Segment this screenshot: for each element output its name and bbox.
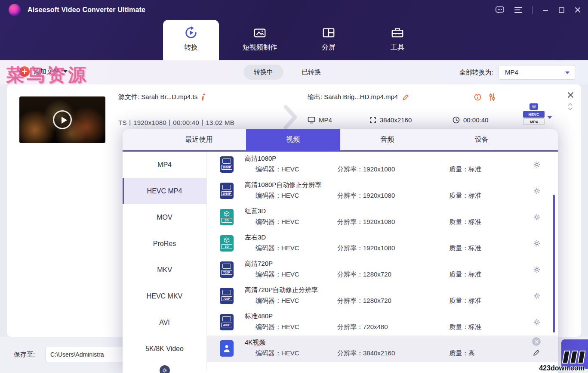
add-files-button[interactable]: 添加文件 [19,66,68,77]
output-format-select[interactable]: MP4 [499,65,575,80]
preset-row-anaglyph-3d[interactable]: 3D 红蓝3D 编码器：HEVC 分辨率：1920x1080 质量：标准 [207,204,558,230]
resolution-field: 分辨率：1280x720 [337,270,391,279]
preset-settings-gear-icon[interactable] [533,292,541,300]
sidebar-item-partial[interactable] [123,362,206,373]
encoder-label: 编码器： [256,192,281,199]
encoder-value: HEVC [281,323,299,330]
tab-convert[interactable]: 转换 [163,20,219,60]
preset-name: 高清720P自动修正分辨率 [245,286,318,294]
minimize-button[interactable] [542,6,549,13]
preset-settings-gear-icon[interactable] [533,239,541,247]
sidebar-item-mov[interactable]: MOV [123,204,206,230]
output-duration-spec: 00:00:40 [453,116,488,124]
preset-row-720p-auto[interactable]: 720P 高清720P自动修正分辨率 编码器：HEVC 分辨率：1280x720… [207,283,558,309]
preset-row-1080p-auto[interactable]: 1080P 高清1080P自动修正分辨率 编码器：HEVC 分辨率：1920x1… [207,178,558,204]
encoder-field: 编码器：HEVC [256,218,299,226]
reorder-arrows[interactable] [568,103,573,111]
tab-short-video[interactable]: 短视频制作 [230,20,290,60]
preset-settings-gear-icon[interactable] [533,213,541,221]
maximize-button[interactable] [558,7,565,13]
tab-toolbox[interactable]: 工具 [372,20,423,60]
preset-settings-gear-icon[interactable] [533,318,541,326]
output-format-value: MP4 [319,116,332,124]
convert-all-button-partial[interactable] [561,339,588,369]
sidebar-item-mkv[interactable]: MKV [123,257,206,283]
encoder-field: 编码器：HEVC [256,192,299,200]
preset-row-4k[interactable]: 4K视频 编码器：HEVC 分辨率：3840x2160 质量：高 [207,336,558,362]
sidebar-item-hevc-mkv[interactable]: HEVC MKV [123,283,206,309]
encoder-field: 编码器：HEVC [256,244,299,252]
preset-settings-gear-icon[interactable] [533,161,541,168]
feedback-bubble-icon[interactable] [495,6,505,14]
quality-value: 标准 [468,218,481,225]
quality-value: 标准 [468,297,481,304]
tab-split-screen[interactable]: 分屏 [303,20,354,60]
resolution-label: 分辨率： [337,270,363,278]
badge-gear-icon [530,103,538,110]
encoder-field: 编码器：HEVC [256,297,299,305]
output-format-badge[interactable]: HEVC MP4 [523,103,545,125]
encoder-value: HEVC [281,218,299,225]
preset-properties: 编码器：HEVC 分辨率：3840x2160 质量：高 [207,349,558,358]
popup-tab-recent[interactable]: 最近使用 [152,129,246,150]
preset-name: 4K视频 [245,339,265,347]
titlebar: Aiseesoft Video Converter Ultimate [0,0,588,20]
preset-properties: 编码器：HEVC 分辨率：720x480 质量：标准 [207,323,558,332]
preset-name: 高清1080P [245,155,276,163]
popup-tab-video[interactable]: 视频 [246,129,340,150]
popup-tab-audio[interactable]: 音频 [340,129,434,150]
preset-name: 左右3D [245,233,266,242]
sidebar-item-prores[interactable]: ProRes [123,230,206,257]
preset-settings-gear-icon[interactable] [533,266,541,274]
encoder-label: 编码器： [256,270,281,278]
popup-tab-device[interactable]: 设备 [434,129,529,150]
output-resolution-spec: 3840x2160 [369,116,412,124]
filter-converting[interactable]: 转换中 [243,65,283,80]
titlebar-divider [532,6,533,14]
preset-row-480p[interactable]: 480P 标准480P 编码器：HEVC 分辨率：720x480 质量：标准 [207,309,558,336]
preset-settings-gear-icon[interactable] [533,187,541,195]
source-file-name: 源文件: Sarah Br...D.mp4.ts [118,93,197,101]
encoder-label: 编码器： [256,165,281,173]
tab-convert-label: 转换 [163,43,219,52]
sidebar-item-5k8k[interactable]: 5K/8K Video [123,336,206,362]
encoder-value: HEVC [281,297,299,304]
quality-field: 质量：标准 [449,297,481,305]
toolbar: 添加文件 转换中 已转换 全部转换为: MP4 [0,60,588,84]
preset-name: 红蓝3D [245,207,266,215]
play-button-icon[interactable] [53,110,72,129]
preset-row-1080p[interactable]: 1080P 高清1080P 编码器：HEVC 分辨率：1920x1080 质量：… [207,152,558,178]
video-thumbnail[interactable] [19,96,105,143]
encoder-value: HEVC [281,270,299,278]
add-files-caret-icon [63,70,68,73]
quality-label: 质量： [449,349,468,357]
close-button[interactable] [574,6,581,13]
source-info-icon[interactable] [202,93,206,101]
resolution-field: 分辨率：1920x1080 [337,244,395,252]
edit-preset-pencil-icon[interactable] [533,349,540,356]
encoder-value: HEVC [281,165,299,173]
format-screen-icon [308,116,315,124]
filter-converted[interactable]: 已转换 [291,65,331,80]
remove-file-icon[interactable] [567,91,574,99]
resolution-label: 分辨率： [337,218,363,225]
preset-row-sbs-3d[interactable]: 3D 左右3D 编码器：HEVC 分辨率：1920x1080 质量：标准 [207,230,558,257]
preset-properties: 编码器：HEVC 分辨率：1920x1080 质量：标准 [207,244,558,253]
preset-row-720p[interactable]: 720P 高清720P 编码器：HEVC 分辨率：1280x720 质量：标准 [207,257,558,283]
chevron-up-icon [568,103,573,106]
rename-pencil-icon[interactable] [402,94,409,101]
remove-preset-icon[interactable] [532,337,541,346]
resolution-label: 分辨率： [337,349,363,357]
clock-icon [453,116,460,124]
encoder-label: 编码器： [256,297,281,304]
popup-scrollbar[interactable] [553,195,555,333]
sidebar-item-hevc-mp4[interactable]: HEVC MP4 [123,178,206,204]
resolution-value: 1280x720 [363,270,391,278]
output-info-icon[interactable] [474,93,481,101]
output-settings-sliders-icon[interactable] [489,93,496,101]
quality-value: 高 [468,349,475,357]
sidebar-item-avi[interactable]: AVI [123,309,206,336]
sidebar-item-mp4[interactable]: MP4 [123,152,206,178]
short-video-icon [230,26,290,40]
menu-hamburger-icon[interactable] [514,6,523,13]
